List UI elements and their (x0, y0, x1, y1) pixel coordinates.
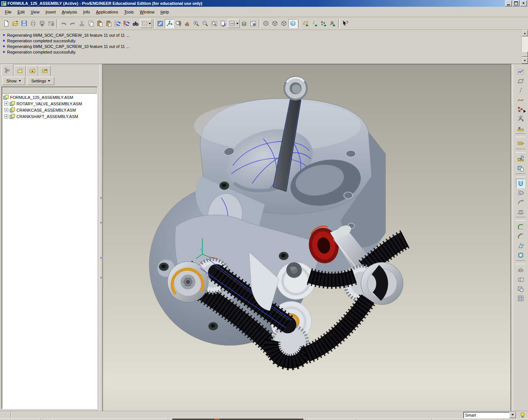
print-button[interactable] (28, 19, 37, 28)
view-manager-button[interactable] (249, 19, 258, 28)
minimize-button[interactable] (505, 0, 512, 6)
menu-help[interactable]: Help (158, 9, 172, 15)
copy-button[interactable] (86, 19, 95, 28)
dropdown-caret-icon (48, 80, 50, 83)
intersect-button[interactable] (516, 284, 525, 294)
menu-view[interactable]: View (28, 9, 42, 15)
select-box-dropdown[interactable] (140, 19, 152, 28)
round-button[interactable] (516, 222, 525, 232)
zoom-out-button[interactable] (201, 19, 210, 28)
3d-viewport[interactable] (103, 64, 511, 411)
expand-icon[interactable]: + (4, 114, 8, 118)
pattern-button[interactable] (516, 294, 525, 303)
print-preview-button[interactable] (37, 19, 46, 28)
analysis-measure-button[interactable] (516, 123, 525, 133)
regenerate-button[interactable] (113, 19, 122, 28)
message-scrollbar[interactable]: ▲ ▼ (521, 30, 528, 64)
open-button[interactable] (10, 19, 19, 28)
tree-item[interactable]: + CRANKSHAFT_ASSEMBLY.ASM (2, 113, 97, 120)
datum-axes-toggle[interactable] (310, 19, 319, 28)
scroll-up-button[interactable]: ▲ (522, 30, 528, 36)
layers-button[interactable] (240, 19, 249, 28)
scroll-track[interactable] (522, 36, 528, 57)
saved-views-button[interactable]: AB (228, 20, 236, 27)
menu-file[interactable]: File (2, 9, 14, 15)
cut-button[interactable] (77, 19, 86, 28)
chamfer-button[interactable] (516, 232, 525, 241)
blend-button[interactable] (516, 207, 525, 216)
selection-filter-combo[interactable]: Smart (463, 412, 516, 419)
close-button[interactable]: × (520, 0, 527, 6)
flyout-arrow-icon[interactable] (524, 110, 527, 113)
create-component-button[interactable] (516, 163, 525, 173)
wireframe-button[interactable] (261, 19, 270, 28)
expand-icon[interactable]: + (4, 102, 8, 106)
tab-history[interactable] (39, 66, 51, 76)
expand-icon[interactable]: + (4, 108, 8, 112)
menu-tools[interactable]: Tools (122, 9, 137, 15)
shaded-button[interactable] (288, 19, 297, 28)
menu-window[interactable]: Window (137, 9, 157, 15)
zoom-in-button[interactable] (192, 19, 201, 28)
tab-model-tree[interactable] (1, 64, 13, 76)
menu-edit[interactable]: Edit (15, 9, 27, 15)
selection-filter-dropdown-button[interactable] (509, 412, 516, 418)
redo-button[interactable] (68, 19, 77, 28)
undo-button[interactable] (59, 19, 68, 28)
tree-item[interactable]: + ROTARY_VALVE_ASSEMBLY.ASM (2, 100, 97, 107)
datum-curve-button[interactable] (516, 95, 525, 105)
tree-item-root[interactable]: FORMULA_125_ASSEMBLY.ASM (2, 94, 97, 100)
shell-button[interactable] (516, 250, 525, 260)
menu-info[interactable]: Info (81, 9, 92, 15)
reorient-button[interactable] (219, 19, 228, 28)
send-mail-button[interactable] (46, 19, 55, 28)
settings-button[interactable]: Settings (27, 77, 55, 85)
paste-special-button[interactable] (104, 19, 113, 28)
datum-point-toggle-icon (320, 20, 327, 27)
coordinate-system-button[interactable] (516, 114, 525, 123)
spin-center-button[interactable] (165, 19, 174, 28)
paste-button[interactable] (95, 19, 104, 28)
orient-mode-button[interactable] (174, 19, 183, 28)
sketch-tool-button[interactable] (516, 67, 525, 76)
pan-zoom-button[interactable] (183, 19, 192, 28)
tab-folder-browser[interactable] (14, 66, 26, 76)
mirror-button[interactable] (516, 266, 525, 275)
revolve-button[interactable] (516, 188, 525, 197)
toolbar-separator (516, 173, 525, 177)
context-help-button[interactable]: ? (341, 19, 350, 28)
sweep-button[interactable] (516, 197, 525, 207)
assemble-component-button[interactable] (516, 154, 525, 163)
regenerate-manager-button[interactable] (122, 19, 131, 28)
annotation-button[interactable] (516, 139, 525, 148)
maximize-button[interactable] (513, 0, 519, 6)
scroll-down-button[interactable]: ▼ (522, 57, 528, 64)
tab-favorites[interactable] (26, 66, 38, 76)
save-button[interactable] (19, 19, 28, 28)
menu-applications[interactable]: Applications (93, 9, 121, 15)
menu-insert[interactable]: Insert (43, 9, 58, 15)
merge-button[interactable] (516, 275, 525, 284)
datum-planes-toggle[interactable] (301, 19, 310, 28)
panel-splitter[interactable]: « » » « (100, 64, 103, 411)
draft-button[interactable] (516, 241, 525, 250)
select-box-button[interactable] (140, 20, 149, 27)
refit-button[interactable] (210, 19, 219, 28)
new-file-button[interactable] (1, 19, 10, 28)
no-hidden-line-button[interactable] (279, 19, 288, 28)
hidden-line-button[interactable] (270, 19, 279, 28)
menu-analysis[interactable]: Analysis (59, 9, 80, 15)
datum-axis-button[interactable] (516, 86, 525, 95)
datum-plane-button[interactable] (516, 76, 525, 86)
saved-views-dropdown[interactable]: AB (228, 19, 240, 28)
tree-item[interactable]: + CRANKCASE_ASSEMBLY.ASM (2, 107, 97, 113)
extrude-button[interactable] (516, 179, 525, 188)
title-bar[interactable]: FORMULA_125_ASSEMBLY (Active) - Pro/ENGI… (0, 0, 528, 7)
repaint-button[interactable] (156, 19, 165, 28)
find-button[interactable] (131, 19, 140, 28)
scroll-thumb[interactable] (522, 51, 528, 57)
status-bulb-icon[interactable] (520, 412, 525, 418)
show-button[interactable]: Show (2, 77, 25, 85)
datum-points-toggle[interactable] (319, 19, 328, 28)
datum-csys-toggle[interactable] (328, 19, 337, 28)
